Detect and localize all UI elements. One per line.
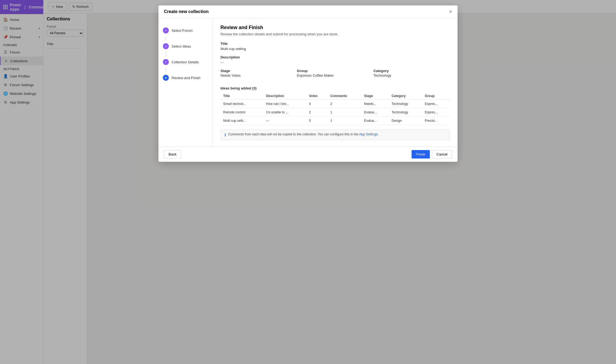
review-subtitle: Review the collection details and submit… (220, 32, 450, 36)
cell-votes: 4 (306, 100, 328, 108)
title-field-value: Multi cup setting (220, 47, 450, 51)
step-connector (166, 68, 166, 72)
group-label: Group (297, 69, 373, 73)
cell-group: Espres... (422, 108, 450, 117)
description-field-label: Description (220, 55, 450, 59)
table-row: Multi cup setti...---51Evalua...DesignPr… (220, 117, 450, 125)
cell-group: Precisi... (422, 117, 450, 125)
stage-col: Stage Needs Votes (220, 69, 297, 82)
cell-category: Technology (389, 100, 422, 108)
modal-header: Create new collection × (158, 5, 458, 18)
cell-title: Multi cup setti... (220, 117, 263, 125)
footer-right: Finish Cancel (412, 150, 452, 158)
category-label: Category (374, 69, 450, 73)
table-row: Smart technol...How can I bre...42Needs.… (220, 100, 450, 108)
modal-footer: Back Finish Cancel (158, 147, 458, 162)
cancel-button[interactable]: Cancel (432, 150, 452, 158)
checkmark-icon: ✓ (165, 29, 167, 32)
cell-category: Design (389, 117, 422, 125)
ideas-table: Title Description Votes Comments Stage C… (220, 92, 450, 125)
stage-label: Stage (220, 69, 297, 73)
col-title: Title (220, 92, 263, 100)
wizard-steps: ✓ Select Forum ✓ Select Ideas ✓ Colle (158, 18, 213, 147)
step-label-collection-details: Collection Details (172, 60, 199, 64)
cell-description: I'm unable to ... (263, 108, 306, 117)
checkmark-icon: ✓ (165, 60, 167, 64)
ideas-table-head: Title Description Votes Comments Stage C… (220, 92, 450, 100)
step-circle-select-ideas: ✓ (163, 43, 169, 49)
checkmark-icon: ✓ (165, 45, 167, 48)
col-description: Description (263, 92, 306, 100)
col-category: Category (389, 92, 422, 100)
review-heading: Review and Finish (220, 25, 450, 30)
title-field-label: Title (220, 42, 450, 46)
group-col: Group Espresso Coffee Maker (297, 69, 373, 82)
step-circle-select-forum: ✓ (163, 27, 169, 33)
create-collection-modal: Create new collection × ✓ Select Forum ✓… (158, 5, 458, 162)
modal-body: ✓ Select Forum ✓ Select Ideas ✓ Colle (158, 18, 458, 147)
info-text-content: Comments from each idea will not be copi… (228, 132, 359, 136)
wizard-step-select-forum: ✓ Select Forum (163, 25, 208, 36)
stage-value: Needs Votes (220, 73, 297, 77)
cell-title: Smart technol... (220, 100, 263, 108)
back-button[interactable]: Back (164, 150, 181, 158)
wizard-step-select-ideas: ✓ Select Ideas (163, 41, 208, 52)
finish-button[interactable]: Finish (412, 150, 430, 158)
wizard-step-review-finish: ● Review and Finish (163, 72, 208, 83)
cell-votes: 5 (306, 117, 328, 125)
cell-stage: Evalua... (361, 117, 389, 125)
modal-title: Create new collection (164, 9, 209, 14)
cell-description: --- (263, 117, 306, 125)
step-circle-collection-details: ✓ (163, 59, 169, 65)
step-circle-review-finish: ● (163, 75, 169, 81)
info-text: Comments from each idea will not be copi… (228, 132, 379, 136)
cell-comments: 2 (328, 100, 361, 108)
cell-title: Remote control (220, 108, 263, 117)
table-header-row: Title Description Votes Comments Stage C… (220, 92, 450, 100)
info-icon: ℹ (225, 133, 226, 137)
table-row: Remote controlI'm unable to ...21Evalua.… (220, 108, 450, 117)
modal-close-button[interactable]: × (449, 9, 452, 14)
step-connector (166, 52, 166, 56)
app-settings-link[interactable]: App Settings (359, 132, 378, 136)
cell-comments: 1 (328, 117, 361, 125)
step-label-review-finish: Review and Finish (172, 76, 200, 80)
ideas-table-body: Smart technol...How can I bre...42Needs.… (220, 100, 450, 125)
cell-stage: Needs... (361, 100, 389, 108)
info-banner: ℹ Comments from each idea will not be co… (220, 129, 450, 140)
step-label-select-ideas: Select Ideas (172, 44, 191, 48)
col-group: Group (422, 92, 450, 100)
cell-comments: 1 (328, 108, 361, 117)
col-comments: Comments (328, 92, 361, 100)
group-value: Espresso Coffee Maker (297, 73, 373, 77)
cell-stage: Evalua... (361, 108, 389, 117)
col-votes: Votes (306, 92, 328, 100)
cell-category: Technology (389, 108, 422, 117)
meta-row: Stage Needs Votes Group Espresso Coffee … (220, 69, 450, 82)
col-stage: Stage (361, 92, 389, 100)
wizard-step-collection-details: ✓ Collection Details (163, 56, 208, 68)
step-number: ● (165, 76, 167, 80)
step-connector (166, 36, 166, 41)
ideas-heading: Ideas being added (3) (220, 86, 450, 90)
cell-description: How can I bre... (263, 100, 306, 108)
description-field-value: --- (220, 60, 450, 64)
category-value: Technology (374, 73, 450, 77)
cell-group: Espres... (422, 100, 450, 108)
category-col: Category Technology (374, 69, 450, 82)
cell-votes: 2 (306, 108, 328, 117)
step-label-select-forum: Select Forum (172, 29, 192, 33)
info-suffix: . (378, 132, 378, 136)
modal-overlay: Create new collection × ✓ Select Forum ✓… (0, 0, 616, 364)
review-content: Review and Finish Review the collection … (213, 18, 458, 147)
